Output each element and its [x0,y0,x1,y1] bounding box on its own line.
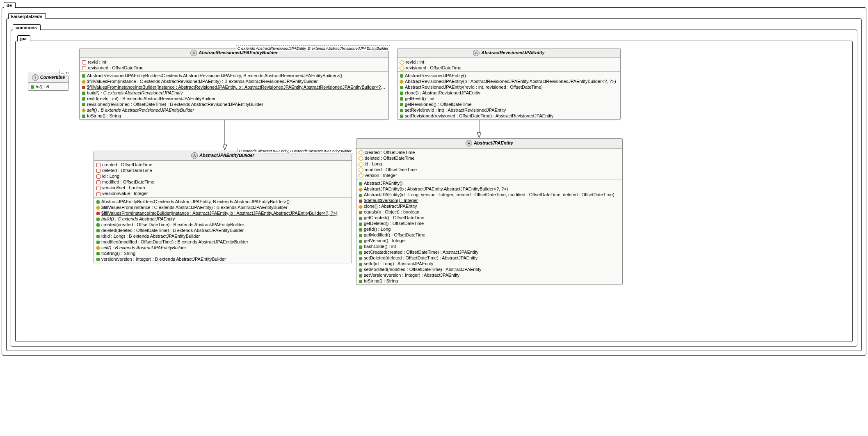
visibility-icon [96,229,100,232]
member-row: toString() : String [94,250,352,256]
member-row: setCreated(created : OffsetDateTime) : A… [356,249,622,255]
visibility-icon [82,115,85,118]
member-row: getModified() : OffsetDateTime [356,232,622,238]
visibility-icon [400,86,403,89]
class-abstract-revisioned-jpa-entity-builder[interactable]: C extends AbstractRevisionedJPAEntity, B… [79,48,389,120]
member-row: id : Long [356,161,622,167]
visibility-icon [358,161,364,167]
visibility-icon [399,60,405,65]
member-text: revId : int [88,60,106,64]
member-row: setId(id : Long) : AbstractJPAEntity [356,261,622,266]
member-row: clone() : AbstractJPAEntity [356,203,622,209]
member-text: version$set : boolean [102,185,145,190]
visibility-icon [82,97,85,101]
member-text: to() : B [36,84,49,89]
member-text: hashCode() : int [364,244,396,249]
member-row: clone() : AbstractRevisionedJPAEntity [397,90,620,96]
visibility-icon [96,205,100,210]
member-text: build() : C extends AbstractJPAEntity [101,216,175,221]
visibility-icon [400,103,403,106]
visibility-icon [359,200,362,203]
member-row: id(id : Long) : B extends AbstractJPAEnt… [94,233,352,239]
visibility-icon [358,150,364,155]
member-row: build() : C extends AbstractRevisionedJP… [80,90,388,96]
member-row: AbstractJPAEntity(b : AbstractJPAEntity.… [356,186,622,192]
visibility-icon [359,234,362,237]
visibility-icon [82,74,85,78]
member-row: AbstractRevisionedJPAEntity(revId : int,… [397,84,620,90]
visibility-icon [96,180,101,184]
member-row: AbstractJPAEntity(id : Long, version : I… [356,192,622,197]
class-convertible[interactable]: A, B IConvertible to() : B [28,73,69,91]
member-text: setDeleted(deleted : OffsetDateTime) : A… [364,255,477,260]
member-text: revisioned : OffsetDateTime [406,65,461,70]
visibility-icon [82,60,86,64]
member-row: revId : int [397,59,620,65]
visibility-icon [82,66,86,70]
member-row: getId() : Long [356,226,622,232]
member-text: created : OffsetDateTime [365,150,415,155]
member-text: clone() : AbstractRevisionedJPAEntity [405,90,480,95]
member-row: revisioned : OffsetDateTime [80,65,388,71]
member-row: $fillValuesFrom(instance : C extends Abs… [80,78,388,84]
member-row: deleted : OffsetDateTime [94,168,352,173]
member-text: toString() : String [364,278,398,283]
member-row: getRevId() : int [397,96,620,101]
visibility-icon [31,85,34,89]
member-row: version$value : Integer [94,190,352,196]
member-row: version : Integer [356,172,622,178]
member-text: revisioned(revisioned : OffsetDateTime) … [87,102,263,107]
member-text: AbstractRevisionedJPAEntity(revId : int,… [405,85,543,89]
visibility-icon [96,246,100,250]
member-text: clone() : AbstractJPAEntity [364,204,417,209]
member-text: getCreated() : OffsetDateTime [364,215,424,220]
methods-section: AbstractJPAEntity()AbstractJPAEntity(b :… [356,179,622,285]
visibility-icon [358,173,364,178]
member-text: setCreated(created : OffsetDateTime) : A… [364,250,478,255]
member-text: id : Long [365,161,382,166]
visibility-icon [400,109,403,112]
visibility-icon [400,97,403,101]
member-row: modified : OffsetDateTime [94,179,352,185]
member-row: modified : OffsetDateTime [356,167,622,172]
member-row: equals(o : Object) : boolean [356,209,622,215]
member-text: equals(o : Object) : boolean [364,209,419,214]
visibility-icon [359,263,362,266]
member-row: setVersion(version : Integer) : Abstract… [356,272,622,278]
visibility-icon [96,235,100,238]
visibility-icon [359,257,362,260]
member-row: setRevId(revId : int) : AbstractRevision… [397,107,620,113]
package-de: de kaiserpfalzedv commons jpa [2,7,866,356]
visibility-icon [359,223,362,226]
member-row: version(version : Integer) : B extends A… [94,256,352,262]
visibility-icon [96,169,101,173]
member-row: self() : B extends AbstractJPAEntityBuil… [94,245,352,250]
member-row: to() : B [28,84,69,89]
member-row: getDeleted() : OffsetDateTime [356,220,622,226]
visibility-icon [400,74,403,78]
template-params: C extends AbstractJPAEntity, B extends A… [238,148,353,154]
visibility-icon [359,211,362,214]
fields-section: revId : intrevisioned : OffsetDateTime [80,58,388,71]
class-abstract-jpa-entity[interactable]: AAbstractJPAEntity created : OffsetDateT… [356,138,623,285]
visibility-icon [358,187,363,192]
member-row: setRevisioned(revisioned : OffsetDateTim… [397,113,620,119]
member-row: created : OffsetDateTime [94,162,352,168]
class-abstract-revisioned-jpa-entity[interactable]: AAbstractRevisionedJPAEntity revId : int… [397,48,621,120]
member-text: modified : OffsetDateTime [102,179,154,184]
member-text: toString() : String [101,251,135,256]
class-name: AbstractJPAEntity [474,140,513,145]
visibility-icon [359,217,362,220]
member-text: $fillValuesFromInstanceIntoBuilder(insta… [101,211,337,216]
member-text: version : Integer [365,173,397,178]
visibility-icon [359,268,362,272]
member-text: AbstractJPAEntity() [364,181,403,186]
class-abstract-jpa-entity-builder[interactable]: C extends AbstractJPAEntity, B extends A… [94,151,352,263]
member-row: deleted : OffsetDateTime [356,155,622,161]
member-row: setModified(modified : OffsetDateTime) :… [356,266,622,272]
visibility-icon [96,218,100,221]
member-row: build() : C extends AbstractJPAEntity [94,216,352,222]
class-title: AAbstractJPAEntity [356,139,622,148]
member-text: self() : B extends AbstractJPAEntityBuil… [101,245,186,250]
visibility-icon [359,194,362,197]
